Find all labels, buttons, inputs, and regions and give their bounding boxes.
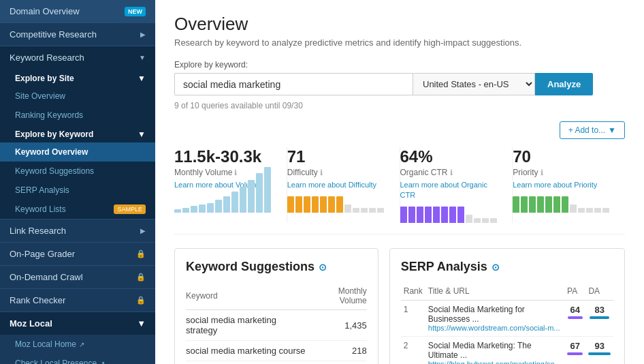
keyword-cell: social media marketing strategy (186, 310, 309, 341)
page-subtitle: Research by keyword to analyze predictiv… (174, 37, 625, 48)
metric-label: Organic CTR ℹ (400, 168, 499, 177)
serp-header: PA (564, 282, 585, 301)
locale-select[interactable]: United States - en-US (413, 73, 535, 95)
keyword-research-label: Keyword Research (10, 52, 84, 63)
bar (482, 218, 489, 223)
bar (264, 167, 271, 213)
sidebar: Domain Overview NEW Competitive Research… (0, 0, 155, 364)
table-row: social media marketing strategy1,435 (186, 310, 367, 341)
bar (449, 207, 456, 223)
chevron-right-icon-link: ▶ (140, 227, 146, 234)
serp-row: 1Social Media Marketing for Businesses .… (401, 301, 613, 337)
bar (240, 187, 246, 213)
explore-by-keyword-header[interactable]: Explore by Keyword ▼ (0, 125, 155, 142)
sidebar-item-site-overview[interactable]: Site Overview (0, 87, 155, 106)
check-local-label: Check Local Presence (15, 359, 97, 364)
serp-da-cell: 83 (585, 301, 613, 337)
sidebar-item-keyword-research[interactable]: Keyword Research ▼ (0, 46, 155, 69)
serp-header: Title & URL (425, 282, 564, 301)
sidebar-item-rank-checker[interactable]: Rank Checker 🔒 (0, 289, 155, 312)
bar (328, 196, 335, 213)
info-icon[interactable]: ℹ (320, 168, 323, 177)
metric-card-0: 11.5k-30.3kMonthly Volume ℹLearn more ab… (174, 147, 287, 223)
competitive-research-label: Competitive Research (10, 29, 97, 40)
serp-title-cell: Social Media Marketing: The Ultimate ...… (425, 337, 564, 365)
bar (513, 196, 519, 213)
serp-title: Social Media Marketing for Businesses ..… (428, 305, 562, 324)
bar (231, 192, 238, 213)
bar (295, 196, 302, 213)
moz-local-header[interactable]: Moz Local ▼ (0, 312, 155, 335)
serp-url[interactable]: https://www.wordstream.com/social-m... (428, 324, 562, 332)
serp-header: DA (585, 282, 613, 301)
bar (400, 207, 407, 223)
page-title: Overview (174, 14, 625, 35)
bar (336, 196, 343, 213)
add-to-row: + Add to... ▼ (174, 121, 625, 139)
bar (408, 207, 415, 223)
metric-learn-more-link[interactable]: Learn more about Organic CTR (400, 181, 487, 199)
sidebar-item-link-research[interactable]: Link Research ▶ (0, 219, 155, 242)
info-icon[interactable]: ℹ (541, 168, 543, 177)
bar (466, 215, 472, 223)
explore-by-keyword-label: Explore by Keyword (15, 130, 93, 139)
two-col-layout: Keyword Suggestions ⊙ KeywordMonthly Vol… (174, 248, 625, 364)
sidebar-item-keyword-overview[interactable]: Keyword Overview (0, 142, 155, 162)
table-header: Keyword (186, 282, 309, 310)
serp-url[interactable]: https://blog.hubspot.com/marketing/so... (428, 360, 562, 364)
bar (248, 180, 255, 213)
sidebar-item-moz-local-home[interactable]: Moz Local Home ↗ (0, 335, 155, 354)
bar (570, 204, 577, 213)
serp-info-icon[interactable]: ⊙ (492, 262, 500, 273)
da-bar (590, 316, 609, 319)
add-to-button[interactable]: + Add to... ▼ (560, 121, 625, 139)
sidebar-item-serp-analysis[interactable]: SERP Analysis (0, 181, 155, 200)
serp-table: RankTitle & URLPADA1Social Media Marketi… (401, 282, 613, 364)
bar (369, 208, 376, 213)
lock-icon-rank: 🔒 (136, 296, 146, 305)
keyword-cell: social media marketing course (186, 341, 309, 361)
bar (425, 207, 432, 223)
sidebar-item-keyword-lists[interactable]: Keyword Lists SAMPLE (0, 200, 155, 219)
moz-local-label: Moz Local (10, 318, 52, 329)
info-icon[interactable]: ℹ (450, 168, 453, 177)
queries-note: 9 of 10 queries available until 09/30 (174, 101, 625, 110)
keyword-overview-label: Keyword Overview (15, 147, 88, 157)
sidebar-item-competitive-research[interactable]: Competitive Research ▶ (0, 23, 155, 46)
bar (207, 203, 214, 213)
bar-chart (513, 194, 611, 213)
sidebar-item-domain-overview[interactable]: Domain Overview NEW (0, 0, 155, 22)
keyword-lists-label: Keyword Lists (15, 204, 66, 214)
bar (553, 196, 560, 213)
sidebar-item-on-demand-crawl[interactable]: On-Demand Crawl 🔒 (0, 266, 155, 288)
bar (594, 208, 601, 213)
chevron-right-icon: ▶ (140, 31, 146, 38)
bar (191, 206, 197, 213)
domain-overview-label: Domain Overview (10, 6, 80, 16)
serp-rank-cell: 1 (401, 301, 425, 337)
rank-checker-label: Rank Checker (10, 295, 65, 305)
metric-learn-more-link[interactable]: Learn more about Difficulty (287, 181, 376, 189)
pa-bar (568, 316, 583, 319)
sidebar-item-keyword-suggestions[interactable]: Keyword Suggestions (0, 162, 155, 181)
info-icon[interactable]: ℹ (234, 168, 237, 177)
suggestions-info-icon[interactable]: ⊙ (319, 262, 327, 273)
keyword-input[interactable] (174, 73, 413, 95)
serp-analysis-title: SERP Analysis ⊙ (401, 260, 613, 274)
keyword-suggestions-table: KeywordMonthly Volumesocial media market… (186, 282, 367, 364)
serp-pa-cell: 64 (564, 301, 585, 337)
bar (433, 207, 440, 223)
analyze-button[interactable]: Analyze (535, 73, 593, 95)
bar (490, 218, 497, 223)
chevron-down-icon: ▼ (139, 54, 146, 61)
sidebar-item-check-local-presence[interactable]: Check Local Presence ↗ (0, 354, 155, 364)
volume-cell: 218 (309, 341, 367, 361)
sidebar-item-ranking-keywords[interactable]: Ranking Keywords (0, 106, 155, 125)
bar (215, 200, 222, 213)
sidebar-item-on-page-grader[interactable]: On-Page Grader 🔒 (0, 243, 155, 265)
da-bar (588, 352, 611, 355)
explore-by-site-header[interactable]: Explore by Site ▼ (0, 69, 155, 87)
metric-learn-more-link[interactable]: Learn more about Priority (513, 181, 597, 189)
pa-bar (567, 352, 583, 355)
table-row: social media marketing jobs2,700 (186, 361, 367, 365)
